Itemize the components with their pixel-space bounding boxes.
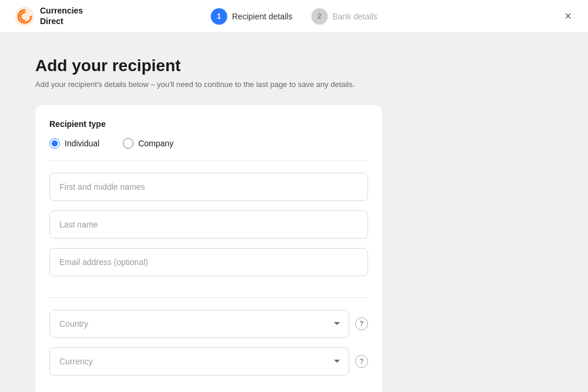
first-names-field: [49, 173, 368, 201]
last-name-field: [49, 210, 368, 239]
step-1-label: Recipient details: [232, 12, 292, 21]
divider-1: [49, 160, 368, 161]
country-help-icon[interactable]: ?: [355, 317, 368, 330]
form-card: Recipient type Individual Company: [35, 105, 382, 392]
step-2-label: Bank details: [332, 12, 377, 21]
step-2-circle: 2: [311, 8, 328, 25]
country-wrapper: Country ?: [49, 310, 368, 338]
step-1-circle: 1: [211, 8, 227, 25]
radio-individual[interactable]: [49, 138, 60, 149]
form-fields: [49, 173, 368, 286]
radio-option-individual[interactable]: Individual: [49, 138, 99, 149]
currency-wrapper: Currency ?: [49, 347, 368, 376]
steps-nav: 1 Recipient details 2 Bank details: [211, 8, 377, 25]
logo-icon: [14, 6, 35, 27]
main-content: Add your recipient Add your recipient's …: [0, 33, 588, 392]
country-select[interactable]: Country: [49, 310, 349, 338]
radio-company[interactable]: [123, 138, 133, 149]
logo: Currencies Direct: [14, 6, 83, 27]
logo-text: Currencies Direct: [40, 6, 83, 26]
currency-help-icon[interactable]: ?: [355, 355, 368, 368]
recipient-type-label: Recipient type: [49, 119, 368, 129]
radio-option-company[interactable]: Company: [123, 138, 173, 149]
radio-individual-label: Individual: [65, 139, 99, 148]
first-names-input[interactable]: [49, 173, 368, 201]
recipient-type-section: Recipient type Individual Company: [49, 119, 368, 149]
page-title: Add your recipient: [35, 56, 553, 75]
page-subtitle: Add your recipient's details below – you…: [35, 80, 553, 89]
email-field: [49, 248, 368, 276]
divider-2: [49, 297, 368, 298]
last-name-input[interactable]: [49, 210, 368, 239]
close-button[interactable]: ×: [562, 7, 574, 25]
radio-company-label: Company: [138, 139, 173, 148]
currency-select[interactable]: Currency: [49, 347, 349, 376]
header: Currencies Direct 1 Recipient details 2 …: [0, 0, 588, 33]
step-1: 1 Recipient details: [211, 8, 292, 25]
email-input[interactable]: [49, 248, 368, 276]
step-2: 2 Bank details: [311, 8, 377, 25]
radio-group: Individual Company: [49, 138, 368, 149]
